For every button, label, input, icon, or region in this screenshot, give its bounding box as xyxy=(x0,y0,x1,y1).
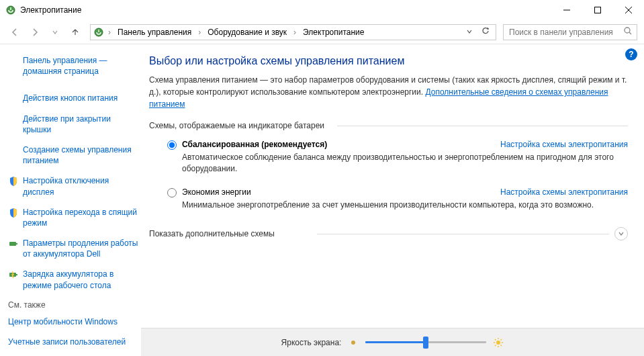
plan-description: Минимальное энергопотребление за счет ум… xyxy=(182,199,628,211)
svg-line-22 xyxy=(495,345,496,346)
page-description: Схема управления питанием — это набор па… xyxy=(149,74,628,110)
address-dropdown[interactable] xyxy=(463,26,475,38)
plan-settings-link[interactable]: Настройка схемы электропитания xyxy=(500,187,628,197)
sidebar-home[interactable]: Панель управления — домашняя страница xyxy=(8,52,138,79)
breadcrumb-root[interactable]: Панель управления xyxy=(115,26,194,38)
svg-rect-13 xyxy=(16,274,17,275)
svg-point-8 xyxy=(625,28,630,33)
minimize-button[interactable] xyxy=(551,0,582,20)
address-bar[interactable]: › Панель управления › Оборудование и зву… xyxy=(90,24,496,40)
sidebar-link-user-accounts[interactable]: Учетные записи пользователей xyxy=(8,334,138,350)
svg-line-21 xyxy=(501,345,502,346)
plan-description: Автоматическое соблюдение баланса между … xyxy=(182,152,628,175)
back-button[interactable] xyxy=(7,24,23,40)
brightness-bar: Яркость экрана: xyxy=(141,328,644,356)
forward-button[interactable] xyxy=(27,24,43,40)
svg-line-23 xyxy=(501,339,502,341)
sidebar-link-create-plan[interactable]: Создание схемы управления питанием xyxy=(8,142,138,169)
recent-dropdown[interactable] xyxy=(47,24,63,40)
battery-extend-icon xyxy=(8,238,19,249)
plan-settings-link[interactable]: Настройка схемы электропитания xyxy=(500,140,628,149)
chevron-right-icon[interactable]: › xyxy=(197,28,202,37)
svg-point-14 xyxy=(351,341,355,345)
main-content: ? Выбор или настройка схемы управления п… xyxy=(141,44,644,356)
window-title: Электропитание xyxy=(20,5,551,15)
power-plan-balanced: Сбалансированная (рекомендуется) Настрой… xyxy=(149,140,628,175)
plan-radio-saver[interactable] xyxy=(167,188,177,197)
chevron-down-icon xyxy=(614,227,628,240)
plan-name[interactable]: Экономия энергии xyxy=(182,187,251,197)
search-box[interactable] xyxy=(503,24,637,40)
see-also-heading: См. также xyxy=(8,298,138,314)
shield-icon xyxy=(8,208,19,218)
search-input[interactable] xyxy=(508,27,623,38)
svg-rect-11 xyxy=(16,243,17,244)
sidebar-link-lid-close[interactable]: Действие при закрытии крышки xyxy=(8,111,138,138)
sun-bright-icon xyxy=(493,337,504,348)
sidebar: Панель управления — домашняя страница Де… xyxy=(0,44,141,356)
breadcrumb-current[interactable]: Электропитание xyxy=(300,26,367,38)
close-button[interactable] xyxy=(613,0,644,20)
power-options-icon xyxy=(93,27,104,38)
navbar: › Панель управления › Оборудование и зву… xyxy=(0,20,644,44)
brightness-label: Яркость экрана: xyxy=(281,338,342,347)
refresh-button[interactable] xyxy=(478,25,493,39)
titlebar: Электропитание xyxy=(0,0,644,20)
shield-icon xyxy=(8,176,19,187)
svg-point-15 xyxy=(496,341,500,345)
help-icon[interactable]: ? xyxy=(625,48,637,60)
sidebar-link-button-actions[interactable]: Действия кнопок питания xyxy=(8,90,138,106)
power-options-icon xyxy=(5,5,16,15)
chevron-right-icon[interactable]: › xyxy=(292,28,297,37)
sidebar-link-dell-battery[interactable]: Параметры продления работы от аккумулято… xyxy=(8,235,138,262)
sun-dim-icon xyxy=(348,337,359,348)
plans-group-label: Схемы, отображаемые на индикаторе батаре… xyxy=(149,121,628,130)
slider-thumb[interactable] xyxy=(423,337,428,349)
page-title: Выбор или настройка схемы управления пит… xyxy=(149,55,628,67)
svg-rect-3 xyxy=(595,7,601,13)
sidebar-link-display-off[interactable]: Настройка отключения дисплея xyxy=(8,173,138,199)
sidebar-link-desktop-charge[interactable]: Зарядка аккумулятора в режиме рабочего с… xyxy=(8,266,138,293)
maximize-button[interactable] xyxy=(582,0,613,20)
power-plan-saver: Экономия энергии Настройка схемы электро… xyxy=(149,187,628,211)
search-icon[interactable] xyxy=(623,26,633,38)
chevron-right-icon[interactable]: › xyxy=(107,28,112,37)
breadcrumb-mid[interactable]: Оборудование и звук xyxy=(205,26,289,38)
battery-charge-icon xyxy=(8,269,19,280)
show-additional-plans[interactable]: Показать дополнительные схемы xyxy=(149,223,628,244)
plan-radio-balanced[interactable] xyxy=(167,140,177,150)
sidebar-link-sleep[interactable]: Настройка перехода в спящий режим xyxy=(8,204,138,231)
svg-rect-10 xyxy=(9,242,16,246)
plan-name[interactable]: Сбалансированная (рекомендуется) xyxy=(182,140,327,149)
brightness-slider[interactable] xyxy=(365,341,486,343)
svg-line-9 xyxy=(629,32,631,34)
up-button[interactable] xyxy=(67,24,83,40)
svg-line-20 xyxy=(495,339,496,341)
sidebar-link-mobility-center[interactable]: Центр мобильности Windows xyxy=(8,314,138,330)
